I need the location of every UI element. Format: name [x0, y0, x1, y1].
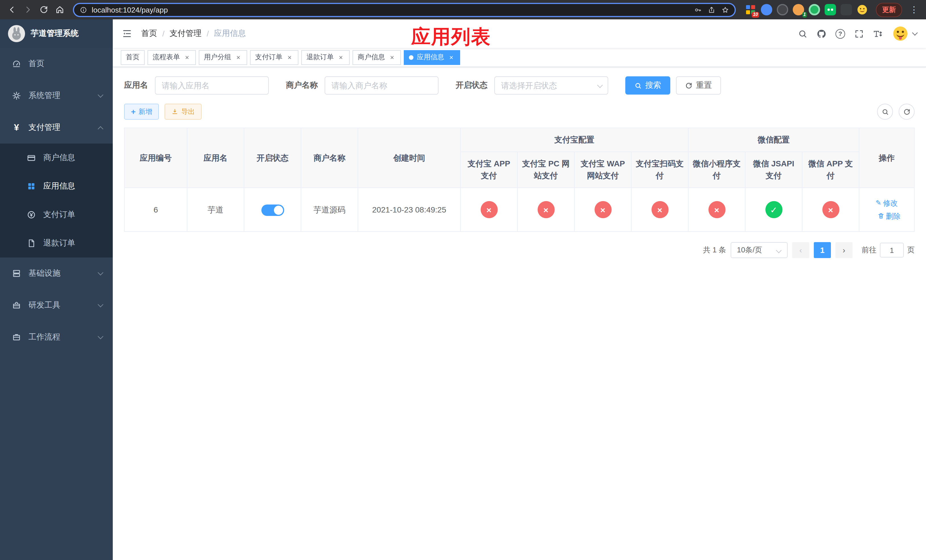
grid-icon [26, 181, 36, 191]
browser-home-icon[interactable] [52, 2, 67, 17]
extension-green-icon[interactable] [809, 4, 820, 15]
sidebar-item-pay-orders[interactable]: 支付订单 [0, 201, 113, 229]
close-icon[interactable]: × [183, 53, 191, 61]
tab-process-form[interactable]: 流程表单 × [147, 50, 196, 65]
column-header-app-id: 应用编号 [124, 128, 187, 188]
user-avatar[interactable] [892, 25, 917, 42]
page-content: 应用名 商户名称 开启状态 [113, 67, 926, 560]
refresh-table-button[interactable] [899, 104, 915, 120]
sidebar-item-label: 退款订单 [43, 238, 75, 248]
sidebar-item-refund-orders[interactable]: 退款订单 [0, 229, 113, 257]
trash-icon [877, 212, 884, 219]
sidebar-toggle-icon[interactable] [122, 29, 132, 39]
app-title: 芋道管理系统 [31, 29, 79, 39]
password-key-icon[interactable] [694, 6, 702, 14]
breadcrumb-current: 应用信息 [214, 29, 246, 39]
close-icon[interactable]: × [286, 53, 293, 61]
browser-menu-icon[interactable]: ⋮ [906, 2, 921, 17]
browser-update-button[interactable]: 更新 [876, 3, 902, 17]
logo-rabbit-icon [8, 25, 25, 42]
extension-emoji-icon[interactable] [856, 4, 868, 15]
breadcrumb-payment[interactable]: 支付管理 [170, 29, 201, 39]
browser-back-icon[interactable] [5, 2, 20, 17]
sidebar-item-workflow[interactable]: 工作流程 [0, 321, 113, 353]
export-button[interactable]: 导出 [165, 104, 201, 120]
coin-icon [26, 210, 36, 220]
extension-dark-icon[interactable] [777, 4, 788, 15]
add-button[interactable]: + 新增 [124, 104, 159, 120]
sidebar-item-payment[interactable]: ¥ 支付管理 [0, 112, 113, 144]
table-row: 6 芋道 芋道源码 2021-10-23 08:49:25 × × × × × … [124, 188, 914, 232]
breadcrumb-home[interactable]: 首页 [141, 29, 157, 39]
delete-link[interactable]: 删除 [877, 209, 901, 222]
goto-page-input[interactable] [880, 243, 904, 257]
tab-pay-orders[interactable]: 支付订单 × [250, 50, 298, 65]
address-bar[interactable]: localhost:1024/pay/app [73, 3, 736, 17]
app-name-label: 应用名 [124, 80, 148, 91]
sidebar-item-app-info[interactable]: 应用信息 [0, 172, 113, 201]
sidebar-item-infrastructure[interactable]: 基础设施 [0, 257, 113, 289]
sidebar-item-label: 应用信息 [43, 181, 75, 191]
share-icon[interactable] [708, 6, 715, 14]
sidebar-item-system[interactable]: 系统管理 [0, 80, 113, 112]
extension-grid-icon[interactable]: 10 [745, 4, 756, 15]
status-toggle[interactable] [261, 204, 284, 216]
tab-user-group[interactable]: 用户分组 × [199, 50, 247, 65]
page-unit-label: 页 [907, 245, 915, 255]
pencil-icon: ✎ [876, 200, 881, 206]
url-text[interactable]: localhost:1024/pay/app [92, 5, 168, 14]
applications-table: 应用编号 应用名 开启状态 商户名称 创建时间 支付宝配置 微信配置 操作 支付… [124, 128, 915, 232]
prev-page-button[interactable]: ‹ [792, 242, 809, 258]
annotation-title: 应用列表 [411, 24, 491, 50]
sidebar-item-home[interactable]: 首页 [0, 48, 113, 80]
status-select[interactable] [494, 76, 608, 95]
chevron-down-icon [912, 30, 918, 36]
close-icon[interactable]: × [388, 53, 396, 61]
extension-puzzle-icon[interactable] [841, 4, 852, 15]
site-info-icon[interactable] [80, 6, 87, 14]
tab-merchant-info[interactable]: 商户信息 × [353, 50, 401, 65]
top-navbar: 首页 / 支付管理 / 应用信息 ? [113, 20, 926, 48]
close-icon[interactable]: × [235, 53, 242, 61]
cell-app-name: 芋道 [187, 188, 244, 232]
extension-wechat-icon[interactable] [825, 4, 836, 15]
bookmark-star-icon[interactable] [722, 6, 729, 14]
search-form: 应用名 商户名称 开启状态 [124, 76, 915, 95]
column-header-alipay-qr: 支付宝扫码支付 [631, 152, 688, 188]
github-icon[interactable] [817, 29, 826, 38]
navbar-actions: ? [798, 25, 917, 42]
extension-blue-icon[interactable] [761, 4, 772, 15]
browser-forward-icon[interactable] [21, 2, 35, 17]
edit-link[interactable]: ✎ 修改 [876, 196, 898, 209]
search-icon[interactable] [798, 29, 808, 38]
toggle-search-button[interactable] [877, 104, 893, 120]
reset-button[interactable]: 重置 [676, 76, 721, 95]
extension-badge: 10 [752, 12, 759, 18]
chevron-down-icon [98, 333, 103, 339]
chevron-down-icon [98, 302, 103, 307]
page-size-select[interactable]: 10条/页 [731, 242, 788, 258]
extension-orange-icon[interactable]: 1 [793, 4, 804, 15]
fullscreen-icon[interactable] [854, 29, 864, 38]
column-header-app-name: 应用名 [187, 128, 244, 188]
page-number-button[interactable]: 1 [814, 242, 831, 258]
sidebar-item-dev-tools[interactable]: 研发工具 [0, 289, 113, 321]
cell-status [244, 188, 301, 232]
app-name-input[interactable] [155, 76, 269, 95]
search-button[interactable]: 搜索 [625, 76, 670, 95]
next-page-button[interactable]: › [835, 242, 853, 258]
close-icon[interactable]: × [448, 53, 455, 61]
app-logo[interactable]: 芋道管理系统 [0, 20, 113, 48]
tab-refund-orders[interactable]: 退款订单 × [301, 50, 350, 65]
close-icon[interactable]: × [337, 53, 345, 61]
font-size-icon[interactable] [873, 29, 883, 38]
browser-refresh-icon[interactable] [36, 2, 51, 17]
tab-home[interactable]: 首页 [121, 50, 145, 65]
help-icon[interactable]: ? [835, 29, 845, 38]
merchant-name-label: 商户名称 [286, 80, 318, 91]
application-window: localhost:1024/pay/app 10 1 [0, 0, 926, 560]
column-header-wechat-jsapi: 微信 JSAPI 支付 [745, 152, 802, 188]
tab-app-info[interactable]: 应用信息 × [404, 50, 460, 65]
sidebar-item-merchant-info[interactable]: 商户信息 [0, 144, 113, 172]
merchant-name-input[interactable] [325, 76, 439, 95]
